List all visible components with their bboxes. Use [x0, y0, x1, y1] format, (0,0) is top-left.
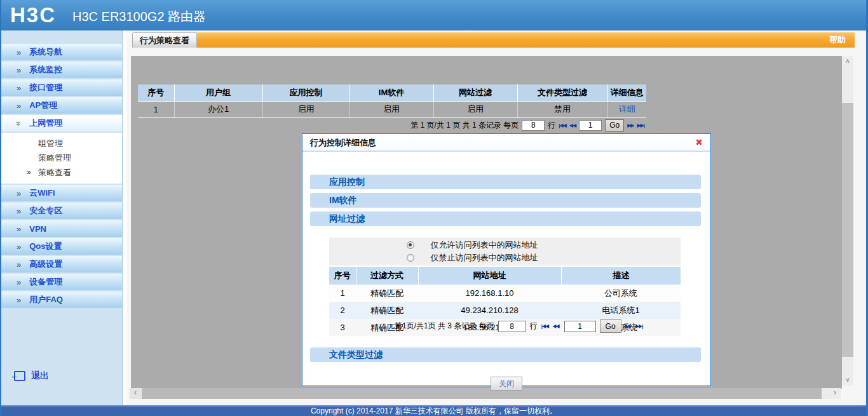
expand-icon: »	[17, 84, 21, 92]
header-cell-seq: 序号	[138, 84, 174, 101]
footer: Copyright (c) 2014-2017 新华三技术有限公司 版权所有，保…	[0, 405, 868, 416]
scroll-up-button[interactable]: ∧	[842, 56, 853, 67]
cell-url: 192.168.1.10	[418, 285, 561, 302]
policy-table: 序号 用户组 应用控制 IM软件 网站过滤 文件类型过滤 详细信息 1 办公1 …	[138, 84, 646, 118]
sidebar-item-internet-management[interactable]: » 上网管理	[0, 115, 122, 131]
expand-icon: »	[17, 278, 21, 286]
cell-web-filter: 启用	[433, 101, 517, 117]
pagination-rows-suffix: 行	[548, 120, 555, 131]
expand-icon: »	[17, 66, 21, 74]
header-cell-app-control: 应用控制	[262, 84, 349, 101]
last-page-icon[interactable]: ▶▶|	[637, 123, 644, 128]
cell-mode: 精确匹配	[356, 302, 418, 319]
sidebar-item-label: 上网管理	[29, 117, 62, 129]
header-cell-mode: 过滤方式	[356, 267, 418, 285]
detail-link[interactable]: 详细	[619, 104, 635, 114]
submenu-arrow-icon: »	[27, 165, 31, 180]
pagination-info: 第 1 页/共 1 页 共 1 条记录 每页	[410, 120, 519, 131]
section-im-software[interactable]: IM软件	[310, 193, 701, 208]
rows-per-page-input[interactable]	[522, 120, 545, 131]
sidebar-subitem-policy-management[interactable]: 策略管理	[0, 151, 122, 165]
expand-icon: »	[17, 225, 21, 233]
header-cell-file-filter: 文件类型过滤	[517, 84, 607, 101]
sidebar-item-label: VPN	[29, 224, 46, 234]
submenu-item-label: 策略管理	[38, 153, 71, 163]
section-file-type-filter[interactable]: 文件类型过滤	[310, 347, 701, 362]
close-button[interactable]: 关闭	[491, 377, 522, 391]
tab-strip: 帮助	[197, 32, 855, 48]
sidebar-item-label: 设备管理	[29, 276, 62, 288]
url-table-row: 1 精确匹配 192.168.1.10 公司系统	[329, 285, 681, 302]
header-cell-im: IM软件	[349, 84, 433, 101]
tab-behavior-policy-view[interactable]: 行为策略查看	[132, 32, 197, 48]
policy-table-pagination: 第 1 页/共 1 页 共 1 条记录 每页 行 |◀◀ ◀◀ Go ▶▶ ▶▶…	[138, 118, 646, 133]
last-page-icon[interactable]: ▶▶|	[635, 323, 643, 329]
horizontal-scrollbar[interactable]: ‹ ›	[130, 388, 841, 399]
radio-row-allow: 仅允许访问列表中的网站地址	[407, 239, 604, 251]
header-cell-user-group: 用户组	[174, 84, 262, 101]
cell-desc: 公司系统	[561, 285, 681, 302]
page-number-input[interactable]	[564, 321, 596, 332]
header-cell-seq: 序号	[329, 267, 356, 285]
prev-page-icon[interactable]: ◀◀	[552, 323, 559, 329]
sidebar-item-ap-management[interactable]: » AP管理	[0, 97, 122, 114]
sidebar-item-security-zone[interactable]: » 安全专区	[0, 203, 122, 219]
cell-seq: 1	[329, 285, 356, 302]
next-page-icon[interactable]: ▶▶	[625, 323, 632, 329]
sidebar-subitem-group-management[interactable]: 组管理	[0, 136, 122, 151]
behavior-detail-dialog: 行为控制详细信息 ✖ 应用控制 IM软件 网址过滤 仅允许访问列表中的网站地址 …	[302, 133, 711, 386]
cell-file-filter: 禁用	[517, 101, 607, 117]
section-app-control[interactable]: 应用控制	[310, 175, 701, 189]
go-button[interactable]: Go	[600, 319, 621, 333]
next-page-icon[interactable]: ▶▶	[627, 123, 634, 128]
sidebar-item-vpn[interactable]: » VPN	[0, 220, 122, 237]
sidebar-item-cloud-wifi[interactable]: » 云WiFi	[0, 185, 122, 201]
go-button[interactable]: Go	[605, 119, 624, 131]
sidebar-item-interface-management[interactable]: » 接口管理	[0, 79, 122, 96]
sidebar-spacer	[0, 30, 122, 44]
expand-icon: »	[17, 243, 21, 251]
first-page-icon[interactable]: |◀◀	[541, 323, 549, 329]
rows-per-page-input[interactable]	[498, 321, 526, 332]
vertical-scrollbar-thumb[interactable]	[842, 103, 853, 357]
sidebar-item-user-faq[interactable]: » 用户FAQ	[0, 292, 122, 308]
scroll-right-button[interactable]: ›	[829, 388, 841, 399]
sidebar-item-advanced-settings[interactable]: » 高级设置	[0, 256, 122, 272]
page-title: H3C ER3100G2 路由器	[72, 8, 206, 25]
expand-open-icon: »	[15, 121, 23, 125]
scroll-down-button[interactable]: ∨	[842, 375, 853, 386]
cell-url: 49.234.210.128	[418, 302, 561, 319]
sidebar-item-label: 系统监控	[29, 64, 62, 76]
dialog-close-icon[interactable]: ✖	[695, 137, 703, 147]
sidebar: » 系统导航 » 系统监控 » 接口管理 » AP管理 » 上网管理 组管理 策…	[0, 30, 126, 406]
expand-icon: »	[17, 48, 21, 57]
page-number-input[interactable]	[579, 120, 602, 131]
help-link[interactable]: 帮助	[829, 32, 846, 48]
horizontal-scrollbar-thumb[interactable]	[142, 388, 822, 399]
sidebar-item-system-navigation[interactable]: » 系统导航	[0, 44, 122, 60]
policy-table-header-row: 序号 用户组 应用控制 IM软件 网站过滤 文件类型过滤 详细信息	[138, 84, 646, 101]
sidebar-item-qos-settings[interactable]: » Qos设置	[0, 238, 122, 255]
cell-im: 启用	[349, 101, 433, 117]
radio-deny-only[interactable]	[407, 254, 414, 262]
sidebar-menu: » 系统导航 » 系统监控 » 接口管理 » AP管理 » 上网管理 组管理 策…	[0, 30, 123, 406]
policy-table-area: 序号 用户组 应用控制 IM软件 网站过滤 文件类型过滤 详细信息 1 办公1 …	[138, 84, 646, 133]
radio-allow-only[interactable]	[407, 241, 414, 249]
logout-button[interactable]: ← 退出	[14, 370, 49, 382]
header-cell-detail-info: 详细信息	[607, 84, 646, 101]
expand-icon: »	[17, 207, 21, 215]
sidebar-item-system-monitor[interactable]: » 系统监控	[0, 62, 122, 78]
header-cell-desc: 描述	[561, 267, 681, 285]
expand-icon: »	[17, 296, 21, 304]
section-url-filter[interactable]: 网址过滤	[310, 211, 701, 226]
sidebar-subitem-policy-view[interactable]: » 策略查看	[0, 165, 122, 180]
dialog-title-bar: 行为控制详细信息 ✖	[302, 134, 710, 152]
vertical-scrollbar[interactable]: ∧ ∨	[842, 56, 853, 386]
cell-user-group: 办公1	[174, 101, 262, 117]
prev-page-icon[interactable]: ◀◀	[569, 123, 576, 128]
cell-desc: 电话系统1	[561, 302, 681, 319]
first-page-icon[interactable]: |◀◀	[559, 123, 566, 128]
sidebar-item-device-management[interactable]: » 设备管理	[0, 274, 122, 290]
scroll-left-button[interactable]: ‹	[130, 388, 141, 399]
submenu-item-label: 策略查看	[38, 168, 71, 177]
